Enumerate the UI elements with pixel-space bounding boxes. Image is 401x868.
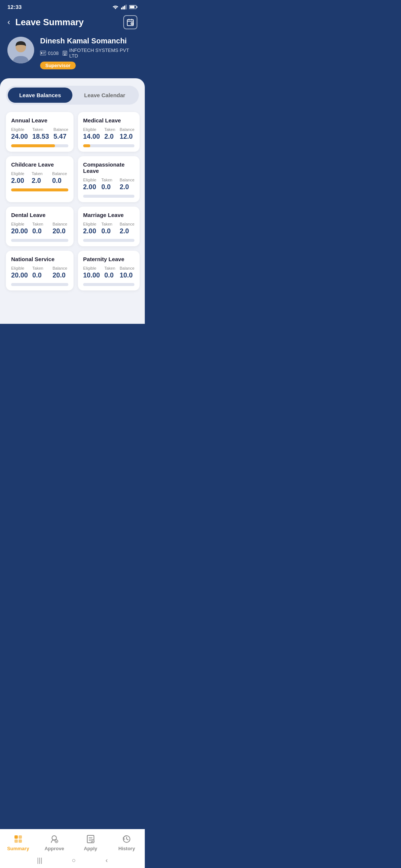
main-content: Leave Balances Leave Calendar Annual Lea… xyxy=(0,78,145,324)
building-icon xyxy=(62,50,68,56)
user-info: Dinesh Kamal Somanchi 0108 xyxy=(40,37,137,69)
balance-stat: Balance 10.0 xyxy=(120,266,134,279)
eligible-stat: Eligible 2.00 xyxy=(83,178,97,191)
back-button[interactable]: ‹ xyxy=(7,17,10,27)
leave-stats: Eligible 10.00 Taken 0.0 Balance 10.0 xyxy=(83,266,134,279)
leave-type-label: National Service xyxy=(11,256,68,262)
leave-stats: Eligible 24.00 Taken 18.53 Balance 5.47 xyxy=(11,127,68,141)
leave-type-label: Compassionate Leave xyxy=(83,161,134,174)
eligible-stat: Eligible 20.00 xyxy=(11,222,28,235)
taken-value: 2.0 xyxy=(104,133,115,141)
eligible-stat: Eligible 10.00 xyxy=(83,266,100,279)
progress-bar-container xyxy=(11,188,68,191)
svg-rect-6 xyxy=(130,6,135,8)
eligible-value: 14.00 xyxy=(83,133,100,141)
balance-label: Balance xyxy=(120,222,134,226)
leave-card: Medical Leave Eligible 14.00 Taken 2.0 B… xyxy=(78,112,140,152)
leave-stats: Eligible 2.00 Taken 2.0 Balance 0.0 xyxy=(11,171,68,185)
eligible-value: 10.00 xyxy=(83,272,100,279)
user-section: Dinesh Kamal Somanchi 0108 xyxy=(0,35,145,78)
eligible-value: 20.00 xyxy=(11,227,28,235)
balance-label: Balance xyxy=(53,127,68,132)
balance-stat: Balance 5.47 xyxy=(53,127,68,141)
leave-card: Annual Leave Eligible 24.00 Taken 18.53 … xyxy=(6,112,74,152)
taken-label: Taken xyxy=(104,127,115,132)
taken-label: Taken xyxy=(32,266,48,270)
user-name: Dinesh Kamal Somanchi xyxy=(40,37,137,45)
progress-bar-container xyxy=(83,144,134,147)
taken-stat: Taken 0.0 xyxy=(101,222,115,235)
balance-label: Balance xyxy=(120,178,134,182)
balance-stat: Balance 12.0 xyxy=(120,127,134,141)
leave-type-label: Paternity Leave xyxy=(83,256,134,262)
calendar-icon xyxy=(126,18,134,26)
leave-stats: Eligible 20.00 Taken 0.0 Balance 20.0 xyxy=(11,266,68,279)
balance-value: 12.0 xyxy=(120,133,134,141)
svg-rect-21 xyxy=(64,53,65,54)
employee-id: 0108 xyxy=(48,50,59,56)
header-left: ‹ Leave Summary xyxy=(7,17,84,27)
eligible-value: 2.00 xyxy=(83,183,97,191)
svg-rect-2 xyxy=(124,6,125,9)
balance-value: 2.0 xyxy=(120,227,134,235)
leave-stats: Eligible 2.00 Taken 0.0 Balance 2.0 xyxy=(83,178,134,191)
leave-type-label: Dental Leave xyxy=(11,212,68,218)
balance-value: 20.0 xyxy=(52,272,68,279)
tab-leave-balances[interactable]: Leave Balances xyxy=(8,88,72,103)
taken-stat: Taken 0.0 xyxy=(101,178,115,191)
eligible-value: 20.00 xyxy=(11,272,28,279)
taken-value: 0.0 xyxy=(101,183,115,191)
status-bar: 12:33 xyxy=(0,0,145,12)
svg-rect-20 xyxy=(65,52,66,53)
leave-card: Paternity Leave Eligible 10.00 Taken 0.0… xyxy=(78,251,140,290)
svg-rect-5 xyxy=(137,6,137,8)
taken-stat: Taken 0.0 xyxy=(32,222,48,235)
eligible-stat: Eligible 2.00 xyxy=(83,222,97,235)
tab-leave-calendar[interactable]: Leave Calendar xyxy=(72,88,137,103)
taken-value: 18.53 xyxy=(32,133,49,141)
balance-label: Balance xyxy=(52,222,68,226)
tab-toggle: Leave Balances Leave Calendar xyxy=(6,86,139,105)
taken-stat: Taken 18.53 xyxy=(32,127,49,141)
eligible-label: Eligible xyxy=(83,266,100,270)
balance-value: 20.0 xyxy=(52,227,68,235)
page-title: Leave Summary xyxy=(15,17,84,27)
user-meta: 0108 INFOTECH SYSTEMS PVT LTD xyxy=(40,47,137,59)
leave-card: Childcare Leave Eligible 2.00 Taken 2.0 … xyxy=(6,156,74,202)
progress-bar-fill xyxy=(11,144,55,147)
taken-value: 2.0 xyxy=(32,177,48,185)
eligible-label: Eligible xyxy=(11,127,28,132)
balance-label: Balance xyxy=(120,127,134,132)
balance-stat: Balance 2.0 xyxy=(120,178,134,191)
leave-stats: Eligible 20.00 Taken 0.0 Balance 20.0 xyxy=(11,222,68,235)
balance-stat: Balance 20.0 xyxy=(52,222,68,235)
balance-stat: Balance 20.0 xyxy=(52,266,68,279)
eligible-label: Eligible xyxy=(83,222,97,226)
company-name: INFOTECH SYSTEMS PVT LTD xyxy=(69,47,137,59)
battery-icon xyxy=(129,5,137,9)
progress-bar-fill xyxy=(11,188,68,191)
svg-rect-22 xyxy=(65,53,66,54)
taken-value: 0.0 xyxy=(101,227,115,235)
svg-rect-23 xyxy=(64,54,65,56)
header: ‹ Leave Summary xyxy=(0,12,145,35)
eligible-value: 2.00 xyxy=(83,227,97,235)
employee-id-item: 0108 xyxy=(40,50,59,56)
status-time: 12:33 xyxy=(7,4,22,10)
taken-label: Taken xyxy=(104,266,115,270)
calendar-button[interactable] xyxy=(123,15,137,29)
id-card-icon xyxy=(40,51,46,55)
taken-stat: Taken 0.0 xyxy=(32,266,48,279)
company-item: INFOTECH SYSTEMS PVT LTD xyxy=(62,47,137,59)
balance-label: Balance xyxy=(52,171,68,176)
eligible-label: Eligible xyxy=(11,266,28,270)
leave-card: Dental Leave Eligible 20.00 Taken 0.0 Ba… xyxy=(6,207,74,246)
status-icons xyxy=(112,4,137,10)
taken-label: Taken xyxy=(32,222,48,226)
progress-bar-container xyxy=(83,239,134,242)
eligible-label: Eligible xyxy=(11,222,28,226)
taken-value: 0.0 xyxy=(104,272,115,279)
progress-bar-container xyxy=(83,195,134,198)
balance-value: 5.47 xyxy=(53,133,68,141)
leave-type-label: Medical Leave xyxy=(83,117,134,124)
